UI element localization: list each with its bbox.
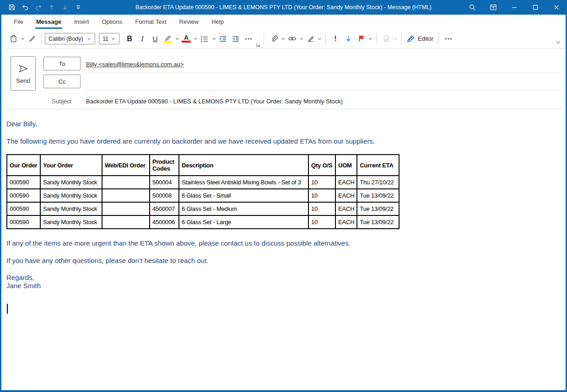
ellipsis-icon bbox=[244, 35, 253, 43]
flag-dropdown-icon[interactable] bbox=[369, 37, 372, 40]
cell-description: 6 Glass Set - Medium bbox=[179, 202, 308, 215]
paste-dropdown-icon[interactable] bbox=[21, 37, 24, 40]
text-highlight-dropdown-icon[interactable] bbox=[176, 37, 179, 40]
body-greeting: Dear Billy, bbox=[6, 119, 561, 128]
message-body-editor[interactable]: Dear Billy, The following items you have… bbox=[1, 109, 566, 390]
tab-help[interactable]: Help bbox=[205, 15, 230, 29]
tab-review[interactable]: Review bbox=[173, 15, 205, 29]
font-name-combobox[interactable]: Calibri (Body) bbox=[45, 33, 95, 44]
undo-icon[interactable] bbox=[20, 2, 31, 13]
tab-options[interactable]: Options bbox=[95, 15, 129, 29]
paste-button[interactable] bbox=[7, 32, 20, 46]
customize-qat-icon[interactable] bbox=[73, 2, 84, 13]
font-color-letter: A bbox=[184, 35, 189, 40]
cell-uom: EACH bbox=[335, 176, 357, 189]
decrease-indent-icon bbox=[219, 35, 227, 43]
cell-description: 6 Glass Set - Small bbox=[179, 189, 308, 202]
cc-button[interactable]: Cc bbox=[43, 75, 81, 88]
high-importance-button[interactable]: ! bbox=[329, 32, 342, 46]
cell-your-order: Sandy Monthly Stock bbox=[40, 215, 102, 229]
underline-button[interactable]: U bbox=[149, 32, 162, 46]
close-button[interactable] bbox=[546, 0, 567, 15]
col-product-codes: Product Codes bbox=[150, 155, 179, 176]
cc-field[interactable] bbox=[86, 91, 562, 91]
paperclip-icon bbox=[270, 35, 278, 43]
cell-qty-os: 10 bbox=[308, 176, 335, 189]
tab-message[interactable]: Message bbox=[30, 15, 68, 29]
collapse-ribbon-icon[interactable] bbox=[555, 38, 561, 46]
divider bbox=[401, 33, 402, 45]
sensitivity-dropdown-icon bbox=[394, 37, 397, 40]
cell-product-code: 500004 bbox=[150, 176, 179, 189]
cell-current-eta: Thu 27/10/22 bbox=[357, 176, 399, 189]
save-icon[interactable] bbox=[6, 2, 17, 13]
cell-web-edi-order bbox=[102, 202, 150, 215]
tab-format-text[interactable]: Format Text bbox=[129, 15, 173, 29]
attach-dropdown-icon[interactable] bbox=[281, 37, 285, 40]
follow-up-flag-button[interactable] bbox=[355, 32, 367, 46]
to-recipient-link[interactable]: Billy <sales@limes&lemons.com.au> bbox=[86, 61, 184, 68]
font-color-bar bbox=[182, 41, 191, 43]
font-size-combobox[interactable]: 11 bbox=[99, 33, 119, 44]
cell-web-edi-order bbox=[102, 176, 150, 189]
font-color-button[interactable]: A bbox=[180, 32, 193, 46]
dialog-launcher-icon[interactable] bbox=[256, 43, 260, 47]
more-commands-button[interactable] bbox=[442, 32, 455, 46]
col-uom: UOM bbox=[335, 155, 357, 176]
outlook-message-window: Backorder ETA Update 000590 - LIMES & LE… bbox=[0, 0, 567, 392]
decrease-indent-button[interactable] bbox=[216, 32, 229, 46]
backorder-table: Our Order Your Order Web/EDI Order Produ… bbox=[6, 154, 400, 229]
font-color-dropdown-icon[interactable] bbox=[194, 37, 197, 40]
divider bbox=[438, 33, 439, 45]
maximize-button[interactable] bbox=[525, 0, 546, 15]
to-field[interactable] bbox=[86, 73, 562, 73]
low-importance-button[interactable] bbox=[342, 32, 355, 46]
bullets-icon bbox=[200, 35, 209, 43]
body-signoff: Regards, Jane Smith bbox=[6, 274, 561, 290]
quick-access-toolbar bbox=[0, 2, 84, 13]
table-row: 000590 Sandy Monthly Stock 500004 Stainl… bbox=[7, 176, 399, 189]
cell-our-order: 000590 bbox=[7, 202, 40, 215]
col-description: Description bbox=[179, 155, 308, 176]
move-down-icon bbox=[59, 2, 70, 13]
divider bbox=[376, 33, 377, 45]
table-header-row: Our Order Your Order Web/EDI Order Produ… bbox=[7, 155, 399, 176]
attach-file-button[interactable] bbox=[267, 32, 280, 46]
tab-file[interactable]: File bbox=[7, 15, 30, 29]
more-paragraph-options-button[interactable] bbox=[242, 32, 255, 46]
format-painter-icon[interactable] bbox=[25, 32, 38, 46]
high-importance-icon: ! bbox=[334, 34, 337, 43]
text-highlight-button[interactable] bbox=[162, 32, 174, 46]
chevron-down-icon[interactable] bbox=[112, 37, 115, 40]
link-button[interactable] bbox=[286, 32, 298, 46]
underline-icon: U bbox=[153, 35, 158, 43]
signature-dropdown-icon[interactable] bbox=[318, 37, 321, 40]
subject-field[interactable]: Backorder ETA Update 000590 - LIMES & LE… bbox=[86, 98, 343, 105]
bold-button[interactable]: B bbox=[123, 32, 136, 46]
divider bbox=[264, 33, 264, 45]
body-questions: If you have any other questions, please … bbox=[6, 256, 561, 265]
search-icon[interactable] bbox=[462, 0, 483, 15]
tab-insert[interactable]: Insert bbox=[68, 15, 96, 29]
signature-button[interactable] bbox=[304, 32, 317, 46]
send-button[interactable]: Send bbox=[11, 56, 36, 91]
table-row: 000590 Sandy Monthly Stock 500008 6 Glas… bbox=[7, 189, 399, 202]
minimize-button[interactable] bbox=[504, 0, 525, 15]
col-our-order: Our Order bbox=[7, 155, 40, 176]
cell-our-order: 000590 bbox=[7, 176, 40, 189]
to-label: To bbox=[59, 60, 65, 67]
ribbon-display-options-icon[interactable] bbox=[483, 0, 504, 15]
send-icon bbox=[17, 63, 29, 74]
editor-label: Editor bbox=[418, 35, 433, 42]
increase-indent-button[interactable] bbox=[229, 32, 242, 46]
to-button[interactable]: To bbox=[43, 57, 81, 70]
editor-button[interactable]: Editor bbox=[405, 35, 435, 43]
italic-button[interactable]: I bbox=[136, 32, 149, 46]
cell-your-order: Sandy Monthly Stock bbox=[40, 202, 102, 215]
bullets-button[interactable] bbox=[198, 32, 211, 46]
link-dropdown-icon[interactable] bbox=[300, 37, 303, 40]
col-your-order: Your Order bbox=[40, 155, 102, 176]
bullets-dropdown-icon[interactable] bbox=[212, 37, 216, 40]
chevron-down-icon[interactable] bbox=[87, 37, 91, 40]
italic-icon: I bbox=[141, 35, 143, 43]
